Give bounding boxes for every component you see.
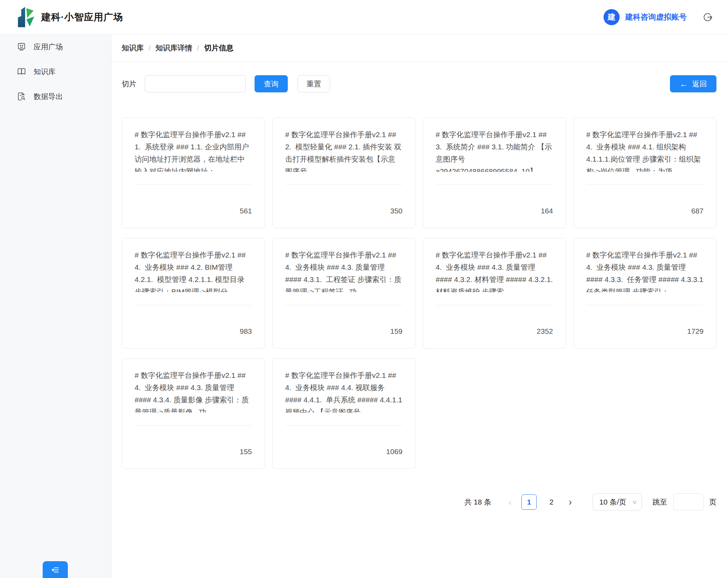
slice-card-count: 164 [436,207,553,215]
slice-card-text: # 数字化监理平台操作手册v2.1 ## 4. 业务模块 ### 4.3. 质量… [586,249,704,292]
reset-button[interactable]: 重置 [298,75,330,92]
sidebar-collapse-button[interactable] [43,561,68,578]
card-divider [436,305,553,305]
chevron-down-icon: ∨ [632,499,637,505]
main-content: 知识库 / 知识库详情 / 切片信息 切片 查询 重置 ← 返回 # 数字化监理… [112,34,728,578]
slice-card-count: 1069 [285,447,403,456]
pagination-prev-icon[interactable]: ‹ [502,494,518,510]
slice-card[interactable]: # 数字化监理平台操作手册v2.1 ## 1. 系统登录 ### 1.1. 企业… [122,118,265,228]
slice-card[interactable]: # 数字化监理平台操作手册v2.1 ## 4. 业务模块 ### 4.3. 质量… [122,358,265,469]
jump-to-label: 跳至 [652,497,667,507]
breadcrumb-kb-detail[interactable]: 知识库详情 [156,43,192,53]
slice-card-count: 155 [135,447,252,456]
slice-card-text: # 数字化监理平台操作手册v2.1 ## 1. 系统登录 ### 1.1. 企业… [135,128,252,172]
card-divider [285,425,403,425]
slice-card-text: # 数字化监理平台操作手册v2.1 ## 4. 业务模块 ### 4.3. 质量… [135,369,252,413]
slice-card-text: # 数字化监理平台操作手册v2.1 ## 4. 业务模块 ### 4.2. BI… [135,249,252,292]
slice-card-text: # 数字化监理平台操作手册v2.1 ## 3. 系统简介 ### 3.1. 功能… [436,128,553,172]
slice-card[interactable]: # 数字化监理平台操作手册v2.1 ## 3. 系统简介 ### 3.1. 功能… [423,118,566,228]
username[interactable]: 建科咨询虚拟账号 [625,12,687,22]
pagination-page-1[interactable]: 1 [521,494,537,510]
card-divider [135,305,252,305]
slice-card[interactable]: # 数字化监理平台操作手册v2.1 ## 4. 业务模块 ### 4.1. 组织… [573,118,717,228]
slice-card-text: # 数字化监理平台操作手册v2.1 ## 4. 业务模块 ### 4.3. 质量… [285,249,403,292]
back-arrow-icon: ← [680,80,688,88]
sidebar-item-app-plaza[interactable]: 应用广场 [0,34,111,59]
query-button[interactable]: 查询 [255,75,288,92]
slice-card-count: 350 [285,207,403,215]
slice-card-count: 687 [586,207,704,215]
knowledge-base-icon [17,67,26,76]
slice-cards-grid: # 数字化监理平台操作手册v2.1 ## 1. 系统登录 ### 1.1. 企业… [122,118,716,469]
breadcrumb-knowledge-base[interactable]: 知识库 [122,43,144,53]
sidebar-item-label: 知识库 [34,67,56,77]
pagination-page-2[interactable]: 2 [544,494,559,510]
logout-icon[interactable] [703,12,713,22]
slice-card[interactable]: # 数字化监理平台操作手册v2.1 ## 2. 模型轻量化 ### 2.1. 插… [272,118,416,228]
page-size-select[interactable]: 10 条/页 ∨ [593,493,642,510]
slice-card-count: 983 [135,327,252,336]
card-divider [285,184,403,185]
slice-card-text: # 数字化监理平台操作手册v2.1 ## 4. 业务模块 ### 4.3. 质量… [436,249,553,292]
slice-card-text: # 数字化监理平台操作手册v2.1 ## 4. 业务模块 ### 4.1. 组织… [586,128,704,172]
card-divider [436,184,553,185]
page-size-value: 10 条/页 [599,497,626,507]
slice-card-count: 561 [135,207,252,215]
card-divider [586,184,704,185]
pagination-next-icon[interactable]: › [563,494,578,510]
card-divider [135,425,252,425]
sidebar-item-knowledge-base[interactable]: 知识库 [0,59,111,84]
sidebar-item-label: 应用广场 [34,42,63,52]
app-logo-icon [15,6,34,28]
pagination: 共 18 条 ‹ 1 2 › 10 条/页 ∨ 跳至 页 [122,493,716,510]
slice-search-input[interactable] [145,75,246,92]
slice-card[interactable]: # 数字化监理平台操作手册v2.1 ## 4. 业务模块 ### 4.3. 质量… [272,238,416,348]
sidebar-item-label: 数据导出 [34,92,63,101]
slice-card-text: # 数字化监理平台操作手册v2.1 ## 2. 模型轻量化 ### 2.1. 插… [285,128,403,172]
app-header: 建科·小智应用广场 建 建科咨询虚拟账号 [0,0,728,34]
back-button-label: 返回 [692,79,707,89]
breadcrumb-current: 切片信息 [204,43,234,53]
slice-filter-label: 切片 [122,79,136,89]
slice-card-text: # 数字化监理平台操作手册v2.1 ## 4. 业务模块 ### 4.4. 视联… [285,369,403,413]
page-unit-label: 页 [709,497,716,507]
slice-card[interactable]: # 数字化监理平台操作手册v2.1 ## 4. 业务模块 ### 4.3. 质量… [423,238,566,348]
data-export-icon [17,92,26,101]
slice-card-count: 1729 [586,327,704,336]
slice-card[interactable]: # 数字化监理平台操作手册v2.1 ## 4. 业务模块 ### 4.4. 视联… [272,358,416,469]
app-title: 建科·小智应用广场 [41,11,123,23]
user-avatar[interactable]: 建 [604,9,620,25]
jump-to-page-input[interactable] [673,493,704,510]
sidebar: 应用广场 知识库 数据导出 [0,34,112,578]
slice-card-count: 2352 [436,327,553,336]
card-divider [586,305,704,305]
sidebar-item-data-export[interactable]: 数据导出 [0,84,111,109]
slice-card[interactable]: # 数字化监理平台操作手册v2.1 ## 4. 业务模块 ### 4.3. 质量… [573,238,717,348]
slice-card-count: 159 [285,327,403,336]
card-divider [285,305,403,305]
card-divider [135,184,252,185]
breadcrumb-separator: / [149,44,151,52]
app-plaza-icon [17,42,26,51]
breadcrumb-separator: / [197,44,199,52]
breadcrumb: 知识库 / 知识库详情 / 切片信息 [112,34,728,62]
filter-toolbar: 切片 查询 重置 ← 返回 [122,75,716,92]
back-button[interactable]: ← 返回 [670,75,716,92]
slice-card[interactable]: # 数字化监理平台操作手册v2.1 ## 4. 业务模块 ### 4.2. BI… [122,238,265,348]
pagination-total: 共 18 条 [464,497,491,507]
